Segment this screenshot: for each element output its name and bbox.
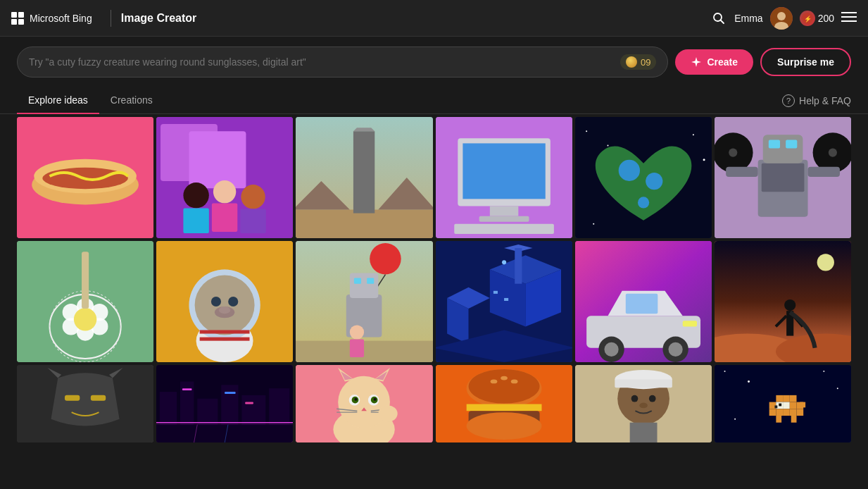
svg-point-37 [607, 144, 608, 146]
svg-point-145 [355, 398, 358, 401]
svg-rect-50 [762, 163, 805, 192]
svg-rect-182 [790, 402, 797, 409]
image-grid [0, 114, 868, 445]
svg-rect-20 [184, 209, 209, 233]
header-right: Emma ⚡ 200 [734, 7, 857, 30]
tab-creations[interactable]: Creations [99, 87, 164, 114]
svg-rect-169 [629, 423, 657, 442]
svg-rect-184 [769, 409, 776, 416]
svg-rect-54 [726, 167, 758, 177]
svg-rect-99 [504, 298, 508, 301]
svg-point-111 [817, 254, 834, 271]
svg-rect-85 [367, 278, 374, 284]
svg-rect-53 [786, 140, 797, 148]
svg-point-75 [189, 269, 260, 340]
hamburger-menu[interactable] [841, 11, 857, 25]
image-worker[interactable] [575, 365, 712, 442]
svg-point-86 [350, 325, 364, 339]
svg-point-17 [184, 182, 209, 208]
image-city[interactable] [436, 241, 572, 362]
svg-point-48 [829, 149, 837, 157]
svg-rect-129 [225, 392, 236, 394]
svg-rect-107 [682, 321, 696, 326]
svg-rect-177 [783, 395, 790, 402]
svg-point-171 [724, 371, 725, 372]
svg-rect-84 [354, 278, 361, 284]
svg-rect-181 [783, 402, 790, 409]
svg-rect-130 [245, 402, 253, 404]
header-search-icon[interactable] [709, 8, 729, 28]
svg-point-65 [74, 308, 96, 330]
image-hotdog[interactable] [17, 117, 153, 238]
svg-point-174 [837, 388, 838, 389]
image-guitar[interactable] [17, 241, 153, 362]
surprise-button[interactable]: Surprise me [760, 48, 851, 76]
image-cat[interactable] [296, 365, 432, 442]
image-burger[interactable] [436, 365, 572, 442]
svg-rect-93 [515, 248, 522, 284]
search-bar[interactable]: 09 [17, 47, 668, 78]
tabs-bar: Explore ideas Creations ? Help & FAQ [0, 87, 868, 114]
svg-point-36 [586, 130, 587, 132]
svg-rect-131 [156, 425, 293, 442]
image-monolith[interactable] [296, 117, 432, 238]
image-neon-city[interactable] [156, 365, 293, 442]
create-label: Create [707, 56, 738, 68]
svg-rect-117 [65, 395, 80, 401]
svg-point-42 [646, 173, 662, 190]
svg-point-173 [823, 371, 824, 372]
image-car[interactable] [575, 241, 712, 362]
svg-rect-165 [615, 380, 672, 388]
search-bar-container: 09 Create Surprise me [0, 37, 868, 87]
avatar[interactable] [770, 7, 793, 30]
image-robot-music[interactable] [715, 117, 851, 238]
svg-point-80 [370, 243, 402, 275]
svg-rect-22 [241, 209, 266, 233]
help-faq-link[interactable]: ? Help & FAQ [782, 94, 851, 107]
svg-rect-185 [776, 409, 783, 416]
svg-rect-188 [796, 409, 803, 416]
help-label: Help & FAQ [799, 95, 851, 106]
create-button[interactable]: Create [675, 49, 753, 75]
svg-point-104 [604, 342, 618, 357]
svg-line-1 [721, 20, 724, 23]
image-mask[interactable] [17, 365, 153, 442]
svg-rect-16 [189, 131, 246, 188]
svg-point-156 [490, 380, 497, 384]
svg-rect-51 [763, 135, 803, 163]
app-title: Image Creator [121, 12, 709, 25]
search-input[interactable] [29, 56, 613, 68]
image-girls[interactable] [156, 117, 293, 238]
image-earth[interactable] [575, 117, 712, 238]
svg-rect-34 [454, 224, 554, 234]
svg-point-172 [748, 380, 750, 383]
svg-point-175 [734, 419, 736, 420]
svg-rect-159 [466, 404, 541, 411]
image-desert[interactable] [715, 241, 851, 362]
tab-explore[interactable]: Explore ideas [17, 87, 99, 114]
coin-icon [626, 56, 637, 68]
image-robot-balloon[interactable] [296, 241, 432, 362]
svg-point-166 [631, 395, 638, 402]
svg-rect-76 [200, 330, 250, 333]
svg-point-97 [502, 260, 506, 264]
bing-logo[interactable]: Microsoft Bing [11, 12, 92, 25]
boost-count: 09 [641, 57, 650, 68]
svg-marker-26 [353, 128, 375, 131]
svg-point-106 [668, 342, 682, 357]
image-pixel-dog[interactable] [715, 365, 851, 442]
svg-rect-55 [807, 167, 840, 177]
svg-point-19 [241, 185, 265, 209]
svg-text:⚡: ⚡ [803, 15, 812, 23]
image-doge[interactable] [156, 241, 293, 362]
svg-rect-52 [769, 140, 780, 148]
svg-point-161 [466, 412, 541, 440]
svg-rect-187 [790, 409, 797, 416]
coins-count: 200 [818, 13, 834, 24]
boost-counter: 09 [620, 54, 656, 70]
header-logo-text: Microsoft Bing [30, 13, 92, 24]
svg-rect-31 [463, 143, 545, 199]
image-computer[interactable] [436, 117, 572, 238]
svg-point-3 [777, 12, 786, 20]
username-label: Emma [734, 13, 762, 24]
